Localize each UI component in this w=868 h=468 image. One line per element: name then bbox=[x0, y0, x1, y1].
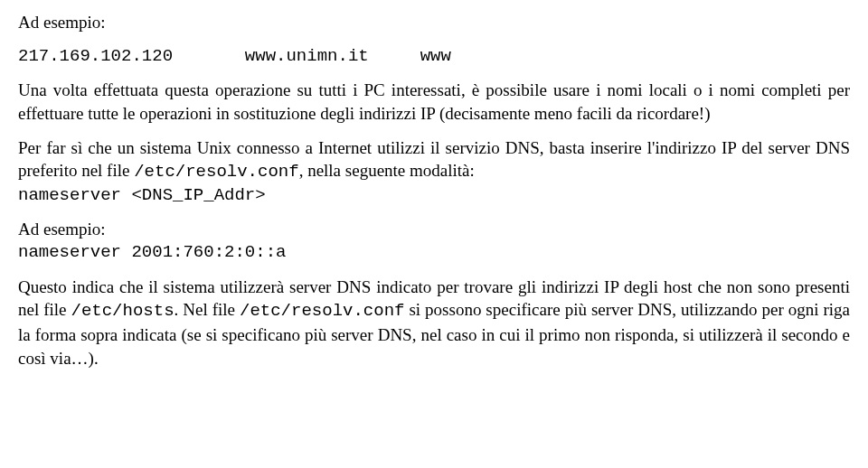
para3-code-1: /etc/hosts bbox=[71, 301, 175, 321]
hostnames: www.unimn.it www bbox=[245, 46, 451, 66]
example-heading-2: Ad esempio: bbox=[18, 218, 850, 241]
paragraph-2: Per far sì che un sistema Unix connesso … bbox=[18, 136, 850, 184]
example-heading-1: Ad esempio: bbox=[18, 11, 850, 34]
nameserver-example-line: nameserver 2001:760:2:0::a bbox=[18, 241, 850, 265]
paragraph-1: Una volta effettuata questa operazione s… bbox=[18, 79, 850, 125]
paragraph-3: Questo indica che il sistema utilizzerà … bbox=[18, 276, 850, 370]
para2-code-1: /etc/resolv.conf bbox=[134, 162, 298, 182]
nameserver-template-line: nameserver <DNS_IP_Addr> bbox=[18, 184, 850, 208]
spacer bbox=[173, 46, 245, 66]
para2-text-2: , nella seguente modalità: bbox=[299, 161, 475, 180]
ip-address: 217.169.102.120 bbox=[18, 46, 173, 66]
para3-text-2: . Nel file bbox=[175, 300, 240, 319]
para3-code-2: /etc/resolv.conf bbox=[240, 301, 404, 321]
hosts-entry-line: 217.169.102.120 www.unimn.it www bbox=[18, 45, 850, 69]
